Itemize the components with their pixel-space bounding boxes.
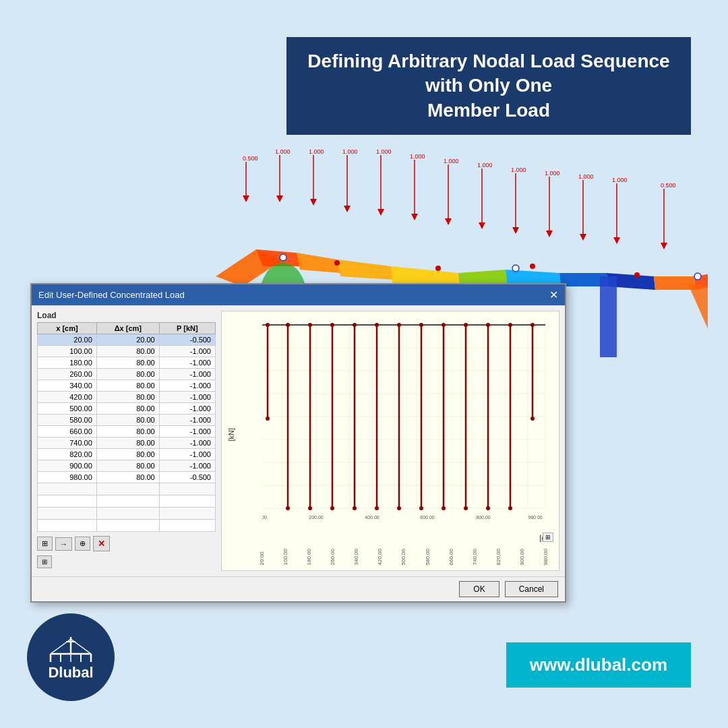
cell-x[interactable]: 900.00 [38,460,97,472]
table-row[interactable]: 980.0080.00-0.500 [38,472,216,483]
dialog-close-button[interactable]: ✕ [549,289,558,301]
svg-point-111 [375,506,379,510]
cell-p[interactable]: -1.000 [159,357,215,369]
table-row[interactable]: 20.0020.00-0.500 [38,334,216,346]
load-label-13: 0.500 [661,182,676,189]
cell-dx[interactable]: 80.00 [96,437,159,449]
table-row[interactable]: 180.0080.00-1.000 [38,357,216,369]
table-row-empty [38,495,216,508]
chart-icon-btn[interactable]: ⊞ [543,533,553,542]
cell-p[interactable]: -1.000 [159,449,215,460]
load-label-8: 1.000 [477,162,493,169]
chart-svg: 0.000 -0.125 -0.250 -0.375 -0.500 -0.625… [262,318,545,527]
title-box: Defining Arbitrary Nodal Load Sequence w… [286,37,691,135]
cell-x[interactable]: 420.00 [38,392,97,403]
title-line1: Defining Arbitrary Nodal Load Sequence w… [307,51,669,96]
cell-x[interactable]: 20.00 [38,334,97,346]
load-label-3: 1.000 [309,148,324,155]
table-row[interactable]: 660.0080.00-1.000 [38,426,216,437]
cell-x[interactable]: 580.00 [38,415,97,426]
cell-x[interactable]: 100.00 [38,346,97,357]
svg-marker-11 [411,214,418,220]
cell-p[interactable]: -1.000 [159,392,215,403]
table-row[interactable]: 420.0080.00-1.000 [38,392,216,403]
svg-marker-21 [580,234,586,241]
cell-dx[interactable]: 80.00 [96,449,159,460]
cell-dx[interactable]: 80.00 [96,426,159,437]
svg-point-116 [486,506,490,510]
cell-x[interactable]: 260.00 [38,369,97,380]
svg-point-112 [397,506,401,510]
cell-dx[interactable]: 80.00 [96,460,159,472]
cell-p[interactable]: -1.000 [159,426,215,437]
table-row[interactable]: 580.0080.00-1.000 [38,415,216,426]
cell-dx[interactable]: 80.00 [96,472,159,483]
table-row-empty [38,520,216,532]
cell-x[interactable]: 980.00 [38,472,97,483]
svg-marker-7 [344,206,351,212]
cancel-button[interactable]: Cancel [505,581,558,597]
cell-dx[interactable]: 80.00 [96,346,159,357]
cell-p[interactable]: -1.000 [159,403,215,415]
svg-point-103 [486,323,490,327]
toolbar-btn-grid[interactable]: ⊞ [37,537,53,551]
toolbar-btn-delete[interactable]: ✕ [93,536,110,551]
dialog-body: Load x [cm] Δx [cm] P [kN] 20.0020.00-0.… [32,305,565,576]
cell-p[interactable]: -1.000 [159,369,215,380]
cell-dx[interactable]: 80.00 [96,357,159,369]
cell-dx[interactable]: 80.00 [96,380,159,392]
website-badge[interactable]: www.dlubal.com [506,642,691,688]
cell-p[interactable]: -1.000 [159,380,215,392]
cell-dx[interactable]: 80.00 [96,392,159,403]
cell-p[interactable]: -1.000 [159,415,215,426]
cell-x[interactable]: 820.00 [38,449,97,460]
y-axis-label: [kN] [227,428,235,442]
toolbar-btn-extra[interactable]: ⊞ [37,555,52,568]
cell-dx[interactable]: 20.00 [96,334,159,346]
cell-p[interactable]: -1.000 [159,437,215,449]
cell-p[interactable]: -1.000 [159,460,215,472]
svg-marker-9 [377,209,384,216]
table-row[interactable]: 500.0080.00-1.000 [38,403,216,415]
svg-point-98 [375,323,379,327]
cell-x[interactable]: 740.00 [38,437,97,449]
table-row-empty [38,508,216,520]
cell-p[interactable]: -0.500 [159,472,215,483]
table-row[interactable]: 100.0080.00-1.000 [38,346,216,357]
cell-x[interactable]: 340.00 [38,380,97,392]
load-label-6: 1.000 [410,153,425,160]
toolbar-btn-arrow[interactable]: → [55,537,72,551]
svg-point-108 [308,506,312,510]
ok-button[interactable]: OK [459,581,499,597]
cell-empty [159,520,215,532]
load-label-2: 1.000 [275,148,291,155]
table-row[interactable]: 340.0080.00-1.000 [38,380,216,392]
cell-dx[interactable]: 80.00 [96,403,159,415]
cell-dx[interactable]: 80.00 [96,369,159,380]
svg-point-104 [508,323,512,327]
svg-marker-3 [276,195,283,202]
svg-text:200.00: 200.00 [309,515,324,520]
cell-x[interactable]: 660.00 [38,426,97,437]
cell-dx[interactable]: 80.00 [96,415,159,426]
svg-point-99 [397,323,401,327]
col-dx: Δx [cm] [96,323,159,334]
cell-empty [159,508,215,520]
header-section: Defining Arbitrary Nodal Load Sequence w… [74,37,691,135]
table-row[interactable]: 820.0080.00-1.000 [38,449,216,460]
toolbar-btn-add[interactable]: ⊕ [75,537,90,551]
load-label-4: 1.000 [342,148,358,155]
cell-p[interactable]: -1.000 [159,346,215,357]
svg-marker-19 [546,231,553,237]
table-row[interactable]: 260.0080.00-1.000 [38,369,216,380]
svg-text:980.00: 980.00 [528,515,543,520]
cell-x[interactable]: 500.00 [38,403,97,415]
cell-p[interactable]: -0.500 [159,334,215,346]
table-row[interactable]: 900.0080.00-1.000 [38,460,216,472]
svg-point-97 [353,323,357,327]
cell-x[interactable]: 180.00 [38,357,97,369]
svg-point-96 [330,323,334,327]
table-row[interactable]: 740.0080.00-1.000 [38,437,216,449]
website-url: www.dlubal.com [530,655,667,675]
svg-text:800.00: 800.00 [476,515,491,520]
